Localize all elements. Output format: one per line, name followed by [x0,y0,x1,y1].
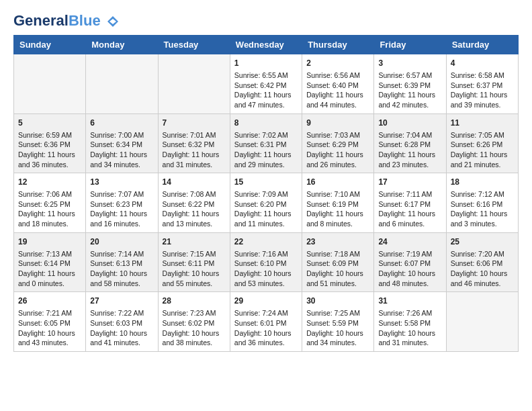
daylight-text: Daylight: 11 hours and 31 minutes. [163,150,220,169]
day-number: 11 [451,118,514,129]
sunset-text: Sunset: 6:01 PM [234,319,287,327]
day-number: 27 [90,295,153,307]
sunset-text: Sunset: 6:32 PM [163,140,215,148]
daylight-text: Daylight: 11 hours and 36 minutes. [18,150,75,169]
day-number: 13 [90,177,153,188]
sunrise-text: Sunrise: 7:12 AM [451,190,504,198]
daylight-text: Daylight: 10 hours and 48 minutes. [378,269,435,287]
weekday-header-sunday: Sunday [14,36,86,54]
sunset-text: Sunset: 6:11 PM [163,259,215,267]
sunset-text: Sunset: 6:23 PM [90,200,142,208]
sunrise-text: Sunrise: 7:18 AM [306,250,360,258]
weekday-header-saturday: Saturday [446,36,518,54]
logo-text: GeneralBlue [13,13,120,28]
sunset-text: Sunset: 6:42 PM [234,81,287,89]
sunrise-text: Sunrise: 7:09 AM [234,190,288,198]
daylight-text: Daylight: 11 hours and 42 minutes. [378,91,435,109]
sunrise-text: Sunrise: 7:24 AM [234,309,288,317]
sunset-text: Sunset: 6:17 PM [378,200,431,208]
calendar-cell: 29Sunrise: 7:24 AMSunset: 6:01 PMDayligh… [230,292,302,352]
weekday-header-wednesday: Wednesday [230,36,302,54]
daylight-text: Daylight: 10 hours and 55 minutes. [163,269,220,287]
daylight-text: Daylight: 11 hours and 26 minutes. [306,150,363,169]
sunset-text: Sunset: 6:07 PM [378,259,431,267]
daylight-text: Daylight: 10 hours and 36 minutes. [234,329,292,347]
sunset-text: Sunset: 5:59 PM [306,319,359,327]
day-number: 16 [306,177,369,188]
sunrise-text: Sunrise: 7:15 AM [163,250,216,258]
calendar-cell: 3Sunrise: 6:57 AMSunset: 6:39 PMDaylight… [374,54,446,114]
daylight-text: Daylight: 10 hours and 43 minutes. [18,329,75,347]
sunrise-text: Sunrise: 7:14 AM [90,250,144,258]
day-number: 26 [18,295,81,307]
header: GeneralBlue [13,13,519,28]
sunrise-text: Sunrise: 7:25 AM [306,309,360,317]
day-number: 28 [163,295,226,307]
sunrise-text: Sunrise: 7:26 AM [378,309,432,317]
day-number: 14 [163,177,226,188]
daylight-text: Daylight: 10 hours and 58 minutes. [90,269,147,287]
sunset-text: Sunset: 6:26 PM [451,140,503,148]
logo: GeneralBlue [13,13,120,28]
sunrise-text: Sunrise: 7:19 AM [378,250,432,258]
day-number: 18 [451,177,514,188]
calendar-cell [158,54,230,114]
sunset-text: Sunset: 6:05 PM [18,319,71,327]
day-number: 22 [234,236,298,248]
day-number: 17 [378,177,441,188]
day-number: 9 [306,118,369,129]
sunset-text: Sunset: 6:28 PM [378,140,431,148]
sunset-text: Sunset: 6:20 PM [234,200,287,208]
daylight-text: Daylight: 11 hours and 16 minutes. [90,210,147,228]
sunrise-text: Sunrise: 7:08 AM [163,190,216,198]
sunrise-text: Sunrise: 7:00 AM [90,131,144,139]
sunrise-text: Sunrise: 6:58 AM [451,71,504,79]
calendar-cell: 30Sunrise: 7:25 AMSunset: 5:59 PMDayligh… [302,292,374,352]
calendar-week-row: 19Sunrise: 7:13 AMSunset: 6:14 PMDayligh… [14,232,519,292]
day-number: 30 [306,295,369,307]
calendar-cell: 23Sunrise: 7:18 AMSunset: 6:09 PMDayligh… [302,232,374,292]
sunset-text: Sunset: 6:29 PM [306,140,359,148]
day-number: 10 [378,118,441,129]
daylight-text: Daylight: 11 hours and 6 minutes. [378,210,435,228]
calendar-cell: 24Sunrise: 7:19 AMSunset: 6:07 PMDayligh… [374,232,446,292]
sunset-text: Sunset: 6:10 PM [234,259,287,267]
calendar-cell: 31Sunrise: 7:26 AMSunset: 5:58 PMDayligh… [374,292,446,352]
calendar-cell: 17Sunrise: 7:11 AMSunset: 6:17 PMDayligh… [374,173,446,233]
sunrise-text: Sunrise: 6:56 AM [306,71,360,79]
calendar-cell: 4Sunrise: 6:58 AMSunset: 6:37 PMDaylight… [446,54,518,114]
calendar-cell [86,54,158,114]
daylight-text: Daylight: 10 hours and 51 minutes. [306,269,363,287]
weekday-header-row: SundayMondayTuesdayWednesdayThursdayFrid… [14,36,519,54]
calendar-cell: 14Sunrise: 7:08 AMSunset: 6:22 PMDayligh… [158,173,230,233]
calendar-cell: 20Sunrise: 7:14 AMSunset: 6:13 PMDayligh… [86,232,158,292]
calendar-cell: 22Sunrise: 7:16 AMSunset: 6:10 PMDayligh… [230,232,302,292]
calendar-cell: 25Sunrise: 7:20 AMSunset: 6:06 PMDayligh… [446,232,518,292]
daylight-text: Daylight: 11 hours and 44 minutes. [306,91,363,109]
sunrise-text: Sunrise: 7:05 AM [451,131,504,139]
calendar-cell: 6Sunrise: 7:00 AMSunset: 6:34 PMDaylight… [86,113,158,173]
day-number: 2 [306,58,369,69]
calendar-cell: 11Sunrise: 7:05 AMSunset: 6:26 PMDayligh… [446,113,518,173]
day-number: 24 [378,236,441,248]
calendar-cell: 15Sunrise: 7:09 AMSunset: 6:20 PMDayligh… [230,173,302,233]
sunrise-text: Sunrise: 7:06 AM [18,190,72,198]
sunrise-text: Sunrise: 7:21 AM [18,309,72,317]
calendar-week-row: 5Sunrise: 6:59 AMSunset: 6:36 PMDaylight… [14,113,519,173]
day-number: 31 [378,295,441,307]
calendar-cell [446,292,518,352]
sunrise-text: Sunrise: 7:07 AM [90,190,144,198]
calendar-cell: 13Sunrise: 7:07 AMSunset: 6:23 PMDayligh… [86,173,158,233]
calendar-cell: 10Sunrise: 7:04 AMSunset: 6:28 PMDayligh… [374,113,446,173]
calendar-cell: 26Sunrise: 7:21 AMSunset: 6:05 PMDayligh… [14,292,86,352]
sunrise-text: Sunrise: 6:59 AM [18,131,72,139]
day-number: 3 [378,58,441,69]
daylight-text: Daylight: 10 hours and 31 minutes. [378,329,435,347]
sunset-text: Sunset: 6:06 PM [451,259,503,267]
day-number: 8 [234,118,298,129]
weekday-header-friday: Friday [374,36,446,54]
daylight-text: Daylight: 11 hours and 39 minutes. [451,91,508,109]
calendar-cell: 16Sunrise: 7:10 AMSunset: 6:19 PMDayligh… [302,173,374,233]
daylight-text: Daylight: 10 hours and 53 minutes. [234,269,292,287]
daylight-text: Daylight: 10 hours and 41 minutes. [90,329,147,347]
